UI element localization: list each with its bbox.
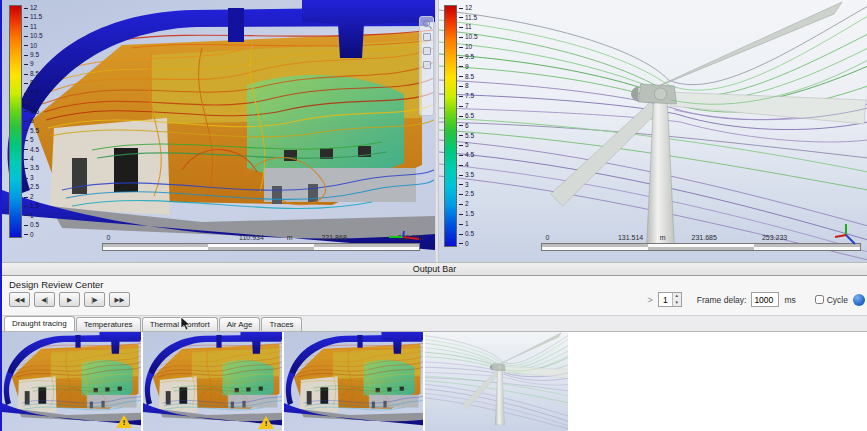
office-thumb-scene bbox=[284, 332, 425, 430]
legend-tick: 5.5 bbox=[24, 128, 43, 134]
ruler-label: 0 bbox=[545, 234, 549, 241]
thumbnail-frame-2[interactable]: ! bbox=[143, 332, 284, 431]
legend-tick: 7.5 bbox=[24, 90, 43, 96]
viewport-office-scene[interactable]: 1211.51110.5109.598.587.576.565.554.543.… bbox=[2, 0, 435, 262]
legend-tick: 3.5 bbox=[459, 172, 478, 178]
legend-tick-labels: 1211.51110.5109.598.587.576.565.554.543.… bbox=[24, 5, 43, 238]
viewport-area: 1211.51110.5109.598.587.576.565.554.543.… bbox=[2, 0, 867, 262]
office-cfd-scene bbox=[2, 0, 435, 262]
legend-tick: 2.5 bbox=[24, 185, 43, 191]
ruler-unit-label: m bbox=[287, 234, 293, 241]
legend-tick: 1.5 bbox=[459, 211, 478, 217]
color-scale-bar bbox=[444, 5, 457, 247]
legend-tick: 2 bbox=[24, 194, 43, 200]
legend-tick: 8 bbox=[24, 81, 43, 87]
tab-draught-tracing[interactable]: Draught tracing bbox=[4, 316, 75, 331]
output-bar-title: Output Bar bbox=[413, 264, 457, 274]
legend-tick: 3 bbox=[24, 175, 43, 181]
frame-number-spinner[interactable]: ▲ ▼ bbox=[658, 292, 682, 307]
frame-number-input[interactable] bbox=[659, 293, 672, 306]
legend-tick: 5 bbox=[459, 143, 478, 149]
output-bar[interactable]: Output Bar bbox=[2, 262, 867, 276]
ruler-unit-label: m bbox=[660, 234, 666, 241]
result-tabs: Draught tracing Temperatures Thermal Com… bbox=[2, 316, 867, 332]
legend-tick: 9 bbox=[24, 62, 43, 68]
orbit-tool-icon[interactable] bbox=[423, 47, 431, 55]
chevron-right-icon[interactable]: > bbox=[648, 295, 653, 305]
ruler-label: 231.685 bbox=[692, 234, 717, 241]
legend-tick: 10.5 bbox=[459, 34, 478, 40]
search-icon[interactable] bbox=[423, 20, 430, 27]
legend-tick: 3 bbox=[459, 182, 478, 188]
axis-triad-icon bbox=[387, 230, 421, 244]
legend-tick: 1.5 bbox=[24, 204, 43, 210]
legend-tick: 2.5 bbox=[459, 192, 478, 198]
turbine-cfd-scene bbox=[439, 0, 867, 262]
legend-tick: 9.5 bbox=[24, 52, 43, 58]
legend-tick: 4.5 bbox=[24, 147, 43, 153]
frame-delay-input[interactable] bbox=[751, 292, 779, 307]
frame-delay-label: Frame delay: bbox=[697, 295, 747, 305]
design-review-center-panel: Design Review Center ◀◀ ◀| ▶ |▶ ▶▶ > ▲ ▼… bbox=[2, 276, 867, 316]
legend-tick: 0 bbox=[24, 232, 43, 238]
thumbnail-frame-4[interactable] bbox=[425, 332, 570, 431]
legend-tick: 4 bbox=[24, 156, 43, 162]
tab-air-age[interactable]: Air Age bbox=[219, 317, 261, 331]
tab-traces[interactable]: Traces bbox=[261, 317, 301, 331]
scale-ruler-right: 0 131.514 m 231.685 253.233 bbox=[541, 234, 861, 254]
legend-tick: 11.5 bbox=[24, 14, 43, 20]
tab-temperatures[interactable]: Temperatures bbox=[76, 317, 141, 331]
legend-tick: 3.5 bbox=[24, 166, 43, 172]
color-legend-right: 1211.51110.5109.598.587.576.565.554.543.… bbox=[444, 5, 478, 247]
legend-tick: 0.5 bbox=[24, 222, 43, 228]
legend-tick: 12 bbox=[24, 5, 43, 11]
jump-to-start-button[interactable]: ◀◀ bbox=[9, 292, 30, 307]
legend-tick: 10.5 bbox=[24, 33, 43, 39]
turbine-thumb-scene bbox=[425, 332, 570, 430]
legend-tick: 10 bbox=[459, 44, 478, 50]
legend-tick: 6 bbox=[24, 118, 43, 124]
thumbnail-frame-3[interactable] bbox=[284, 332, 425, 431]
legend-tick: 11.5 bbox=[459, 15, 478, 21]
legend-tick: 4.5 bbox=[459, 152, 478, 158]
legend-tick: 0.5 bbox=[459, 231, 478, 237]
legend-tick: 8.5 bbox=[459, 74, 478, 80]
legend-tick: 9 bbox=[459, 64, 478, 70]
office-thumb-scene bbox=[2, 332, 143, 430]
legend-tick: 8 bbox=[459, 84, 478, 90]
legend-tick: 9.5 bbox=[459, 54, 478, 60]
zoom-tool-icon[interactable] bbox=[423, 61, 431, 69]
mouse-cursor bbox=[180, 316, 191, 331]
step-forward-button[interactable]: |▶ bbox=[84, 292, 105, 307]
help-icon[interactable] bbox=[853, 294, 865, 306]
legend-tick: 6.5 bbox=[459, 113, 478, 119]
play-button[interactable]: ▶ bbox=[59, 292, 80, 307]
thumbnail-frame-1[interactable]: ! bbox=[2, 332, 143, 431]
legend-tick: 7 bbox=[459, 103, 478, 109]
ruler-label: 110.934 bbox=[239, 234, 264, 241]
legend-tick: 7 bbox=[24, 100, 43, 106]
panel-title: Design Review Center bbox=[2, 276, 867, 290]
ruler-label: 221.868 bbox=[321, 234, 346, 241]
viewport-turbine-scene[interactable]: 1211.51110.5109.598.587.576.565.554.543.… bbox=[439, 0, 867, 262]
view-toolbar[interactable] bbox=[419, 16, 434, 116]
spinner-down-icon[interactable]: ▼ bbox=[673, 300, 681, 307]
cfd-application-window: 1211.51110.5109.598.587.576.565.554.543.… bbox=[0, 0, 867, 431]
pan-tool-icon[interactable] bbox=[423, 33, 431, 41]
axis-triad-icon bbox=[833, 222, 859, 248]
legend-tick: 8.5 bbox=[24, 71, 43, 77]
step-back-button[interactable]: ◀| bbox=[34, 292, 55, 307]
legend-tick: 11 bbox=[24, 24, 43, 30]
legend-tick: 5 bbox=[24, 137, 43, 143]
jump-to-end-button[interactable]: ▶▶ bbox=[109, 292, 130, 307]
legend-tick: 6 bbox=[459, 123, 478, 129]
ruler-label: 131.514 bbox=[618, 234, 643, 241]
legend-tick: 1 bbox=[24, 213, 43, 219]
ruler-label: 0 bbox=[106, 234, 110, 241]
legend-tick: 6.5 bbox=[24, 109, 43, 115]
legend-tick: 5.5 bbox=[459, 133, 478, 139]
legend-tick: 11 bbox=[459, 25, 478, 31]
cycle-checkbox[interactable] bbox=[815, 295, 824, 304]
scale-ruler-left: 0 110.934 m 221.868 332.802 bbox=[102, 234, 420, 254]
color-scale-bar bbox=[9, 5, 22, 238]
